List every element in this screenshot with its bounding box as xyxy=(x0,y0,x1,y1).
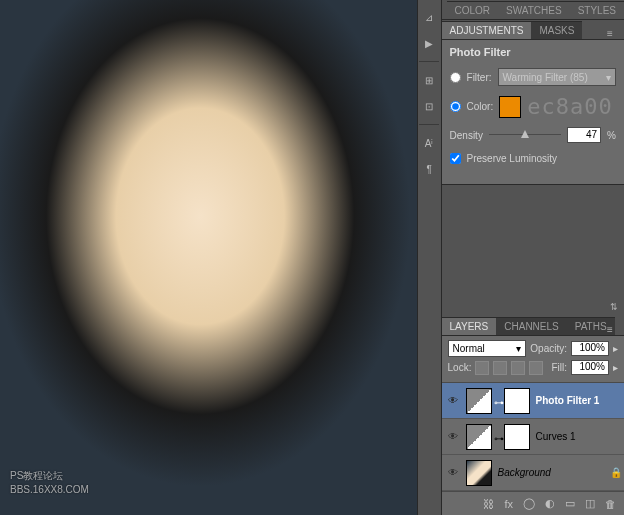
preserve-luminosity-checkbox[interactable] xyxy=(450,153,461,164)
flyout-arrow-icon[interactable]: ⊿ xyxy=(420,8,438,26)
density-label: Density xyxy=(450,130,483,141)
link-icon: ⊶ xyxy=(494,397,502,405)
density-row: Density 47 % xyxy=(450,127,616,143)
mask-thumbnail[interactable] xyxy=(504,388,530,414)
visibility-eye-icon[interactable]: 👁 xyxy=(446,467,460,478)
preserve-label: Preserve Luminosity xyxy=(467,153,558,164)
filter-label: Filter: xyxy=(467,72,492,83)
layer-thumbnail[interactable] xyxy=(466,460,492,486)
chevron-down-icon: ▾ xyxy=(516,343,521,354)
watermark-line1: PS教程论坛 xyxy=(10,469,89,483)
density-value[interactable]: 47 xyxy=(567,127,601,143)
tab-swatches[interactable]: SWATCHES xyxy=(498,1,570,19)
density-slider[interactable] xyxy=(489,128,561,142)
trash-icon[interactable]: 🗑 xyxy=(605,498,616,510)
visibility-eye-icon[interactable]: 👁 xyxy=(446,431,460,442)
mask-thumbnail[interactable] xyxy=(504,424,530,450)
color-radio[interactable] xyxy=(450,101,461,112)
filter-radio[interactable] xyxy=(450,72,461,83)
lock-position-button[interactable] xyxy=(511,361,525,375)
opacity-value[interactable]: 100% xyxy=(571,341,609,356)
link-icon: ⊶ xyxy=(494,433,502,441)
fill-value[interactable]: 100% xyxy=(571,360,609,375)
layer-row[interactable]: 👁 Background 🔒 xyxy=(442,455,624,491)
blend-mode-dropdown[interactable]: Normal ▾ xyxy=(448,340,527,357)
chevron-down-icon[interactable]: ▸ xyxy=(613,343,618,354)
chevron-down-icon[interactable]: ▸ xyxy=(613,362,618,373)
panel-title: Photo Filter xyxy=(450,46,616,58)
document-canvas[interactable]: PS教程论坛 BBS.16XX8.COM xyxy=(0,0,417,515)
adjustment-thumbnail[interactable] xyxy=(466,388,492,414)
slider-thumb-icon[interactable] xyxy=(521,130,529,138)
watermark-line2: BBS.16XX8.COM xyxy=(10,483,89,497)
visibility-eye-icon[interactable]: 👁 xyxy=(446,395,460,406)
adjustments-panel: Photo Filter Filter: Warming Filter (85)… xyxy=(442,40,624,184)
opacity-label: Opacity: xyxy=(530,343,567,354)
layer-mask-icon[interactable]: ◯ xyxy=(523,497,535,510)
watermark: PS教程论坛 BBS.16XX8.COM xyxy=(10,469,89,497)
character-icon[interactable]: Aⁱ xyxy=(420,134,438,152)
layers-panel: Normal ▾ Opacity: 100% ▸ Lock: Fill: 100… xyxy=(442,336,624,515)
lock-all-button[interactable] xyxy=(529,361,543,375)
fill-label: Fill: xyxy=(551,362,567,373)
tab-color[interactable]: COLOR xyxy=(447,1,499,19)
color-tabbar: COLOR SWATCHES STYLES xyxy=(442,0,624,20)
filter-dropdown[interactable]: Warming Filter (85) ▾ xyxy=(498,68,616,86)
histogram-icon[interactable]: ⊞ xyxy=(420,71,438,89)
adjustment-thumbnail[interactable] xyxy=(466,424,492,450)
layers-controls: Normal ▾ Opacity: 100% ▸ Lock: Fill: 100… xyxy=(442,336,624,383)
density-unit: % xyxy=(607,130,616,141)
separator xyxy=(419,124,439,125)
paragraph-icon[interactable]: ¶ xyxy=(420,160,438,178)
group-icon[interactable]: ▭ xyxy=(565,497,575,510)
layer-row[interactable]: 👁 ⊶ Curves 1 xyxy=(442,419,624,455)
expand-icon[interactable]: ▶ xyxy=(420,34,438,52)
tab-layers[interactable]: LAYERS xyxy=(442,317,497,335)
collapse-arrow-icon[interactable]: ⇅ xyxy=(610,302,618,312)
vertical-dock: ⊿ ▶ ⊞ ⊡ Aⁱ ¶ xyxy=(417,0,442,515)
filter-row: Filter: Warming Filter (85) ▾ xyxy=(450,68,616,86)
panel-menu-icon[interactable]: ≡ xyxy=(602,322,618,336)
layer-row[interactable]: 👁 ⊶ Photo Filter 1 xyxy=(442,383,624,419)
image-content xyxy=(0,0,417,515)
lock-label: Lock: xyxy=(448,362,472,373)
navigator-icon[interactable]: ⊡ xyxy=(420,97,438,115)
adjustment-layer-icon[interactable]: ◐ xyxy=(545,497,555,510)
layer-style-icon[interactable]: fx xyxy=(504,498,513,510)
link-layers-icon[interactable]: ⛓ xyxy=(483,498,494,510)
layers-list: 👁 ⊶ Photo Filter 1 👁 ⊶ Curves 1 👁 xyxy=(442,383,624,491)
layers-footer: ⛓ fx ◯ ◐ ▭ ◫ 🗑 xyxy=(442,491,624,515)
panel-menu-icon[interactable]: ≡ xyxy=(602,26,618,40)
tab-adjustments[interactable]: ADJUSTMENTS xyxy=(442,21,532,39)
adjustments-tabbar: ADJUSTMENTS MASKS ≡ xyxy=(442,20,624,40)
color-row: Color: ec8a00 xyxy=(450,94,616,119)
lock-icon: 🔒 xyxy=(610,467,620,478)
lock-transparency-button[interactable] xyxy=(475,361,489,375)
right-panels: COLOR SWATCHES STYLES ADJUSTMENTS MASKS … xyxy=(442,0,624,515)
layers-tabbar: LAYERS CHANNELS PATHS ≡ xyxy=(442,316,624,336)
new-layer-icon[interactable]: ◫ xyxy=(585,497,595,510)
layer-name[interactable]: Photo Filter 1 xyxy=(536,395,620,406)
tab-masks[interactable]: MASKS xyxy=(531,21,582,39)
panel-spacer: ⇅ xyxy=(442,184,624,316)
tab-channels[interactable]: CHANNELS xyxy=(496,317,566,335)
chevron-down-icon: ▾ xyxy=(606,72,611,83)
blend-mode-value: Normal xyxy=(453,343,485,354)
tab-styles[interactable]: STYLES xyxy=(570,1,624,19)
color-swatch[interactable] xyxy=(499,96,521,118)
separator xyxy=(419,61,439,62)
lock-pixels-button[interactable] xyxy=(493,361,507,375)
filter-value: Warming Filter (85) xyxy=(503,72,588,83)
layer-name[interactable]: Curves 1 xyxy=(536,431,620,442)
layer-name[interactable]: Background xyxy=(498,467,604,478)
preserve-row: Preserve Luminosity xyxy=(450,153,616,164)
color-label: Color: xyxy=(467,101,494,112)
color-hex-readout: ec8a00 xyxy=(527,94,612,119)
